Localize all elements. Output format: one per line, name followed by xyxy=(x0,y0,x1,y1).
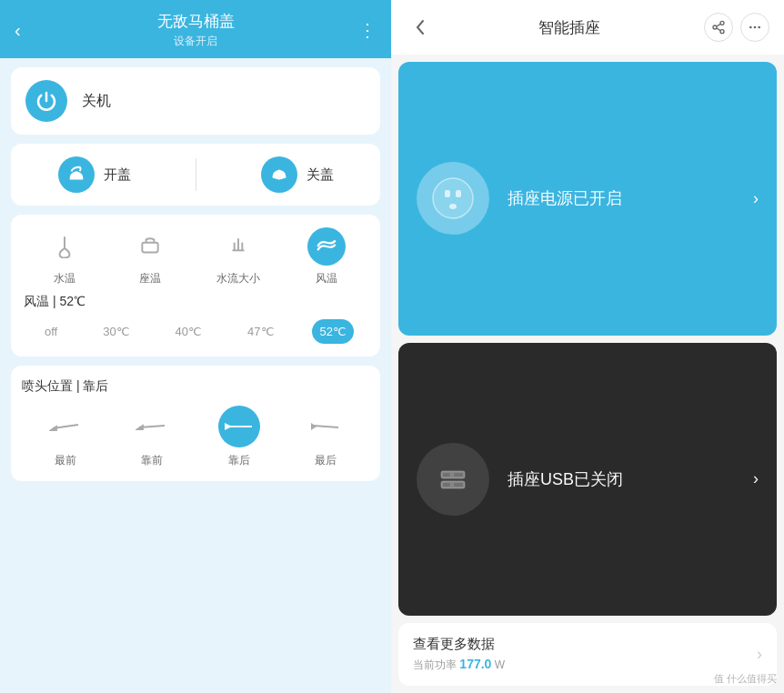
temp-option-47[interactable]: 47℃ xyxy=(240,319,281,344)
water-temp-item[interactable]: 水温 xyxy=(45,227,84,286)
svg-point-13 xyxy=(720,21,724,25)
left-panel: ‹ 无敌马桶盖 设备开启 ⋮ 关机 xyxy=(0,0,391,693)
temp-option-40[interactable]: 40℃ xyxy=(168,319,209,344)
left-title-block: 无敌马桶盖 设备开启 xyxy=(42,11,349,49)
svg-rect-27 xyxy=(454,473,463,477)
svg-point-24 xyxy=(449,204,457,209)
svg-point-18 xyxy=(749,26,752,29)
right-back-button[interactable] xyxy=(406,13,435,42)
data-card-title: 查看更多数据 xyxy=(413,636,505,653)
nozzle-front[interactable]: 靠前 xyxy=(131,406,173,468)
temp-options: off 30℃ 40℃ 47℃ 52℃ xyxy=(22,319,369,344)
nozzle-back-icon xyxy=(218,406,260,447)
right-header: 智能插座 xyxy=(391,0,784,55)
nozzle-far-front-icon xyxy=(45,406,86,447)
temp-reading: 风温 | 52℃ xyxy=(22,294,369,310)
lid-divider xyxy=(196,158,196,191)
seat-temp-item[interactable]: 座温 xyxy=(131,227,169,286)
left-subtitle: 设备开启 xyxy=(42,34,349,49)
back-button[interactable]: ‹ xyxy=(15,20,42,41)
power-card: 关机 xyxy=(11,67,380,135)
usb-socket-card[interactable]: 插座USB已关闭 › xyxy=(398,343,777,617)
flow-label: 水流大小 xyxy=(216,271,260,286)
nozzle-card: 喷头位置 | 靠后 最前 xyxy=(11,366,380,481)
watermark: 值 什么值得买 xyxy=(714,672,777,686)
svg-rect-29 xyxy=(443,483,450,487)
power-socket-label: 插座电源已开启 xyxy=(508,187,735,209)
usb-socket-label: 插座USB已关闭 xyxy=(508,468,735,490)
nozzle-far-back-icon xyxy=(305,406,347,447)
svg-marker-10 xyxy=(225,423,232,430)
open-lid-label: 开盖 xyxy=(104,166,131,184)
svg-point-21 xyxy=(433,178,473,218)
nozzle-back-label: 靠后 xyxy=(228,453,250,468)
power-socket-arrow: › xyxy=(753,189,759,208)
close-lid-label: 关盖 xyxy=(307,166,334,184)
power-button[interactable] xyxy=(25,80,67,122)
water-temp-label: 水温 xyxy=(54,271,75,286)
usb-socket-arrow: › xyxy=(753,469,759,488)
nozzle-front-label: 靠前 xyxy=(141,453,163,468)
svg-point-19 xyxy=(754,26,757,29)
svg-rect-26 xyxy=(443,473,450,477)
flow-item[interactable]: 水流大小 xyxy=(216,227,260,286)
power-socket-card[interactable]: 插座电源已开启 › xyxy=(398,62,777,336)
svg-rect-0 xyxy=(142,243,157,253)
svg-marker-8 xyxy=(137,426,143,429)
right-content: 插座电源已开启 › 插座USB已关闭 › 查看更多数 xyxy=(391,55,784,693)
nozzle-back[interactable]: 靠后 xyxy=(218,406,260,468)
right-panel: 智能插座 xyxy=(391,0,784,693)
svg-point-14 xyxy=(713,25,717,29)
socket-power-icon xyxy=(417,162,489,235)
nozzle-far-back-label: 最后 xyxy=(315,453,337,468)
nozzle-front-icon xyxy=(131,406,173,447)
left-more-button[interactable]: ⋮ xyxy=(349,19,377,41)
share-button[interactable] xyxy=(704,13,733,42)
open-lid-icon xyxy=(58,156,95,193)
svg-rect-22 xyxy=(445,190,450,197)
svg-point-15 xyxy=(720,30,724,34)
temp-option-52[interactable]: 52℃ xyxy=(312,319,353,344)
nozzle-positions: 最前 靠前 xyxy=(22,406,369,468)
svg-rect-30 xyxy=(454,483,463,487)
svg-marker-12 xyxy=(311,423,317,430)
data-card-arrow: › xyxy=(757,645,762,664)
close-lid-icon xyxy=(261,156,297,193)
svg-marker-6 xyxy=(51,427,56,430)
more-button[interactable] xyxy=(740,13,769,42)
temp-icons-row: 水温 座温 xyxy=(22,227,369,286)
svg-rect-23 xyxy=(456,190,461,197)
wind-temp-item[interactable]: 风温 xyxy=(307,227,346,286)
data-card-sub: 当前功率 177.0 W xyxy=(413,657,505,673)
left-header: ‹ 无敌马桶盖 设备开启 ⋮ xyxy=(0,0,391,58)
nozzle-far-back[interactable]: 最后 xyxy=(305,406,347,468)
svg-point-20 xyxy=(758,26,760,29)
seat-temp-label: 座温 xyxy=(139,271,161,286)
right-actions xyxy=(704,13,769,42)
wind-temp-icon xyxy=(307,227,346,266)
svg-line-16 xyxy=(717,24,720,26)
right-title: 智能插座 xyxy=(538,17,600,38)
water-temp-icon xyxy=(45,227,84,266)
svg-line-11 xyxy=(313,426,338,427)
settings-card: 水温 座温 xyxy=(11,215,380,357)
svg-line-17 xyxy=(717,28,720,31)
temp-option-30[interactable]: 30℃ xyxy=(95,319,136,344)
lid-card: 开盖 关盖 xyxy=(11,144,380,206)
nozzle-far-front[interactable]: 最前 xyxy=(45,406,86,468)
flow-icon xyxy=(219,227,257,266)
temp-option-off[interactable]: off xyxy=(37,319,65,344)
socket-usb-icon xyxy=(417,443,489,516)
data-card-content: 查看更多数据 当前功率 177.0 W xyxy=(413,636,505,673)
nozzle-title: 喷头位置 | 靠后 xyxy=(22,378,369,395)
left-content: 关机 开盖 xyxy=(0,58,391,693)
wind-temp-label: 风温 xyxy=(316,271,337,286)
seat-temp-icon xyxy=(131,227,169,266)
open-lid-button[interactable]: 开盖 xyxy=(58,156,131,193)
left-main-title: 无敌马桶盖 xyxy=(42,11,349,32)
close-lid-button[interactable]: 关盖 xyxy=(261,156,334,193)
power-label: 关机 xyxy=(82,92,111,111)
nozzle-far-front-label: 最前 xyxy=(55,453,76,468)
